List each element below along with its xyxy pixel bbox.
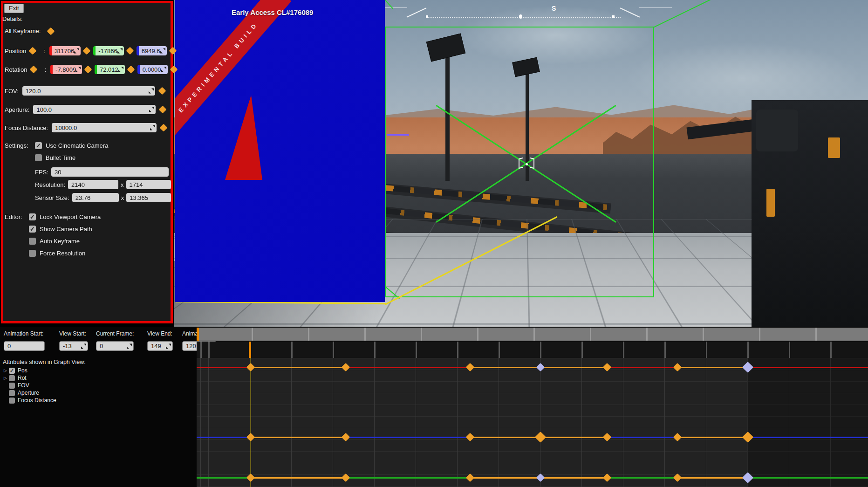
pos-x-selected-segment[interactable]	[540, 367, 607, 368]
pos-y-selected-segment[interactable]	[540, 477, 607, 479]
position-keyframe-diamond-icon[interactable]	[29, 47, 37, 55]
focus-distance-keyframe-diamond-icon[interactable]	[160, 124, 168, 132]
drag-adjust-icon[interactable]	[74, 48, 79, 54]
fov-field[interactable]: 120.0	[22, 86, 155, 96]
attr-rot-label: Rot	[18, 375, 27, 381]
drag-adjust-icon[interactable]	[127, 343, 132, 349]
robot-arm	[687, 100, 868, 327]
camera-target-reticle	[519, 157, 533, 171]
version-label: Early Access CL#176089	[232, 8, 313, 16]
rotation-keyframe-diamond-icon[interactable]	[30, 66, 38, 74]
pos-x-keyframe-diamond-icon[interactable]	[602, 363, 611, 371]
rotation-y-keyframe-diamond-icon[interactable]	[127, 66, 135, 74]
exit-button[interactable]: Exit	[4, 4, 24, 13]
rotation-z-field[interactable]: 0.0000	[137, 65, 168, 74]
view-end-field[interactable]: 149	[147, 341, 173, 351]
pos-x-selected-segment[interactable]	[677, 367, 748, 368]
drag-adjust-icon[interactable]	[161, 67, 166, 72]
pos-y-selected-segment[interactable]	[677, 477, 748, 479]
pos-x-selected-segment[interactable]	[470, 367, 540, 368]
aperture-field[interactable]: 100.0	[33, 105, 156, 114]
pos-z-keyframe-diamond-icon[interactable]	[673, 433, 682, 441]
use-cinematic-camera-checkbox[interactable]: ✓	[35, 142, 42, 149]
attr-aperture-checkbox[interactable]: ✓	[9, 390, 15, 396]
rotation-x-keyframe-diamond-icon[interactable]	[84, 66, 92, 74]
pos-y-keyframe-diamond-icon[interactable]	[602, 473, 611, 482]
drag-adjust-icon[interactable]	[75, 67, 81, 72]
sensor-x-field[interactable]: 23.76	[72, 193, 119, 202]
fov-keyframe-diamond-icon[interactable]	[158, 87, 166, 95]
attr-rot-checkbox[interactable]: ✓	[9, 375, 15, 381]
sensor-y-field[interactable]: 13.365	[126, 193, 171, 202]
position-y-field[interactable]: -17866	[93, 46, 123, 55]
pos-x-keyframe-diamond-icon[interactable]	[466, 363, 474, 371]
drag-adjust-icon[interactable]	[150, 125, 155, 130]
aperture-keyframe-diamond-icon[interactable]	[159, 106, 167, 114]
resolution-y-field[interactable]: 1714	[126, 180, 171, 189]
pos-y-keyframe-diamond-icon[interactable]	[466, 473, 474, 482]
position-y-keyframe-diamond-icon[interactable]	[126, 47, 134, 55]
attr-fov-checkbox[interactable]: ✓	[9, 383, 15, 389]
pos-y-keyframe-diamond-icon[interactable]	[342, 473, 350, 482]
current-frame-field[interactable]: 0	[96, 341, 134, 351]
pos-x-keyframe-diamond-icon[interactable]	[536, 363, 545, 371]
pos-x-keyframe-diamond-icon[interactable]	[673, 363, 682, 371]
keyframe-graph[interactable]	[197, 358, 868, 487]
bullet-time-checkbox[interactable]: ✓	[35, 154, 42, 161]
frame-tick-band[interactable]	[197, 342, 868, 358]
pos-z-selected-segment[interactable]	[540, 437, 607, 438]
timeline-scrubber[interactable]	[197, 328, 868, 341]
experimental-build-banner: EXPERIMENTAL BUILD	[175, 0, 291, 149]
pos-y-keyframe-diamond-icon[interactable]	[673, 473, 682, 482]
pos-z-keyframe-diamond-icon[interactable]	[535, 432, 546, 443]
timeline-panel: Animation Start: View Start: Current Fra…	[0, 327, 868, 487]
drag-adjust-icon[interactable]	[149, 107, 154, 112]
pos-z-keyframe-diamond-icon[interactable]	[602, 433, 611, 441]
auto-keyframe-checkbox[interactable]: ✓	[29, 238, 36, 245]
drag-adjust-icon[interactable]	[117, 48, 123, 54]
position-x-field[interactable]: 311706	[49, 46, 81, 55]
view-start-field[interactable]: -13	[59, 341, 88, 351]
drag-adjust-icon[interactable]	[81, 343, 86, 349]
view-end-label: View End:	[147, 330, 172, 337]
pos-z-selected-segment[interactable]	[251, 437, 346, 438]
focus-distance-field[interactable]: 10000.0	[52, 123, 157, 132]
drag-adjust-icon[interactable]	[160, 48, 165, 54]
pos-y-keyframe-diamond-icon[interactable]	[246, 473, 254, 482]
pos-y-keyframe-diamond-icon[interactable]	[536, 473, 545, 482]
pos-x-keyframe-diamond-icon[interactable]	[342, 363, 350, 371]
fps-field[interactable]: 30	[51, 167, 169, 177]
rotation-y-field[interactable]: 72.012	[95, 65, 125, 74]
tickband-playhead[interactable]	[249, 342, 251, 358]
pos-x-keyframe-diamond-icon[interactable]	[246, 363, 254, 371]
scrubber-playhead[interactable]	[197, 328, 199, 341]
game-viewport[interactable]: S EXPERIMENTAL BUILD Early Access CL#176…	[174, 0, 868, 327]
position-z-field[interactable]: 6949.6	[137, 46, 167, 55]
settings-heading: Settings:	[5, 142, 28, 149]
expand-arrow-icon[interactable]: ▷	[4, 368, 9, 373]
attr-pos-checkbox[interactable]: ✓	[9, 368, 15, 374]
rotation-x-field[interactable]: -7.8009	[50, 65, 82, 74]
compass-dot	[426, 15, 428, 18]
show-camera-path-checkbox[interactable]: ✓	[29, 226, 36, 233]
position-x-keyframe-diamond-icon[interactable]	[83, 47, 91, 55]
expand-arrow-icon[interactable]: ▷	[4, 376, 9, 380]
animation-start-field[interactable]: 0	[4, 341, 45, 351]
pos-y-selected-segment[interactable]	[470, 477, 540, 479]
pos-z-keyframe-diamond-icon[interactable]	[246, 433, 254, 441]
attr-focus-checkbox[interactable]: ✓	[9, 398, 15, 404]
graph-playhead-line[interactable]	[250, 358, 251, 487]
force-resolution-checkbox[interactable]: ✓	[29, 250, 36, 257]
pos-z-selected-segment[interactable]	[677, 437, 748, 438]
pos-z-selected-segment[interactable]	[470, 437, 540, 438]
pos-x-selected-segment[interactable]	[251, 367, 346, 368]
drag-adjust-icon[interactable]	[149, 89, 154, 94]
pos-z-keyframe-diamond-icon[interactable]	[342, 433, 350, 441]
lock-viewport-camera-checkbox[interactable]: ✓	[29, 213, 36, 220]
all-keyframe-diamond-icon[interactable]	[47, 27, 55, 35]
pos-z-keyframe-diamond-icon[interactable]	[466, 433, 474, 441]
resolution-x-field[interactable]: 2140	[68, 180, 118, 189]
drag-adjust-icon[interactable]	[166, 343, 171, 349]
pos-y-selected-segment[interactable]	[251, 477, 346, 479]
drag-adjust-icon[interactable]	[118, 67, 123, 72]
